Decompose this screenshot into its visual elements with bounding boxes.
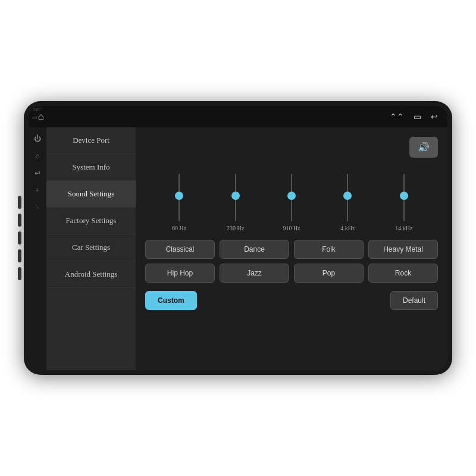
preset-pop[interactable]: Pop: [294, 264, 364, 283]
eq-slider-14khz[interactable]: [403, 174, 405, 221]
back-hw-btn[interactable]: [18, 231, 21, 245]
custom-button[interactable]: Custom: [145, 291, 197, 310]
nav-item-factory-settings[interactable]: Factory Settings: [46, 208, 136, 234]
eq-band-60hz: 60 Hz: [161, 174, 197, 231]
power-icon[interactable]: ⏻: [32, 132, 43, 146]
power-hw-btn[interactable]: [18, 196, 21, 209]
window-icon[interactable]: ▭: [414, 112, 421, 122]
eq-slider-60hz[interactable]: [178, 174, 180, 221]
eq-thumb-4khz[interactable]: [343, 192, 352, 200]
eq-label-910hz: 910 Hz: [283, 225, 300, 231]
nav-item-car-settings[interactable]: Car Settings: [46, 234, 136, 261]
up-chevron-icon[interactable]: ⌃⌃: [390, 112, 404, 122]
default-button[interactable]: Default: [390, 291, 438, 310]
speaker-button[interactable]: 🔊: [409, 137, 438, 158]
eq-label-14khz: 14 kHz: [395, 225, 412, 231]
vol-up-icon[interactable]: +: [33, 184, 42, 198]
preset-classical[interactable]: Classical: [145, 240, 215, 259]
vol-down-icon[interactable]: -: [34, 201, 41, 215]
equalizer-section: 60 Hz 230 Hz: [145, 166, 438, 231]
eq-band-4khz: 4 kHz: [330, 174, 365, 231]
eq-thumb-230hz[interactable]: [231, 192, 240, 200]
eq-thumb-60hz[interactable]: [175, 192, 183, 200]
preset-dance[interactable]: Dance: [220, 240, 289, 259]
nav-item-sound-settings[interactable]: Sound Settings: [46, 181, 136, 208]
eq-thumb-910hz[interactable]: [287, 192, 296, 200]
eq-slider-910hz[interactable]: [291, 174, 292, 221]
eq-slider-230hz[interactable]: [235, 174, 236, 221]
nav-item-system-info[interactable]: System Info: [46, 154, 136, 181]
preset-jazz[interactable]: Jazz: [220, 264, 289, 283]
rst-label: RST: [32, 115, 40, 120]
side-icons-panel: ⏻ ⌂ ↩ + -: [29, 127, 46, 370]
eq-thumb-14khz[interactable]: [400, 192, 408, 200]
speaker-icon: 🔊: [418, 142, 430, 153]
eq-band-910hz: 910 Hz: [274, 174, 309, 231]
top-bar: ⌂ ⌃⌃ ▭ ↩: [29, 106, 447, 127]
bottom-row: Custom Default: [145, 291, 438, 310]
hardware-buttons: [18, 196, 21, 280]
eq-label-230hz: 230 Hz: [227, 225, 244, 231]
back-side-icon[interactable]: ↩: [32, 167, 43, 180]
preset-rock[interactable]: Rock: [368, 264, 438, 283]
preset-heavy-metal[interactable]: Heavy Metal: [368, 240, 438, 259]
back-arrow-icon[interactable]: ↩: [431, 112, 438, 122]
vol-up-hw-btn[interactable]: [18, 249, 21, 262]
eq-band-230hz: 230 Hz: [218, 174, 253, 231]
eq-track-4khz: [347, 174, 348, 221]
device-body: MIC RST ⌂ ⌃⌃ ▭ ↩ ⏻ ⌂ ↩ +: [24, 101, 452, 375]
speaker-button-row: 🔊: [145, 137, 438, 158]
eq-label-4khz: 4 kHz: [340, 225, 355, 231]
nav-item-android-settings[interactable]: Android Settings: [46, 261, 136, 288]
mic-label: MIC: [33, 107, 41, 112]
nav-menu: Device Port System Info Sound Settings F…: [46, 127, 136, 370]
home-hw-btn[interactable]: [18, 214, 21, 227]
nav-item-device-port[interactable]: Device Port: [46, 127, 136, 154]
presets-grid: Classical Dance Folk Heavy Metal Hip Hop: [145, 240, 438, 283]
eq-band-14khz: 14 kHz: [386, 174, 422, 231]
vol-down-hw-btn[interactable]: [18, 267, 21, 280]
eq-track-60hz: [178, 174, 180, 221]
eq-track-230hz: [235, 174, 236, 221]
screen: ⌂ ⌃⌃ ▭ ↩ ⏻ ⌂ ↩ + - Device Port: [29, 106, 447, 370]
eq-track-14khz: [403, 174, 405, 221]
top-bar-right: ⌃⌃ ▭ ↩: [390, 112, 438, 122]
content-panel: 🔊 60 Hz: [136, 127, 447, 370]
home-side-icon[interactable]: ⌂: [33, 149, 42, 163]
preset-hip-hop[interactable]: Hip Hop: [145, 264, 215, 283]
main-content: ⏻ ⌂ ↩ + - Device Port System Info Sound …: [29, 127, 447, 370]
eq-track-910hz: [291, 174, 292, 221]
eq-slider-4khz[interactable]: [347, 174, 348, 221]
eq-label-60hz: 60 Hz: [172, 225, 186, 231]
preset-folk[interactable]: Folk: [294, 240, 364, 259]
